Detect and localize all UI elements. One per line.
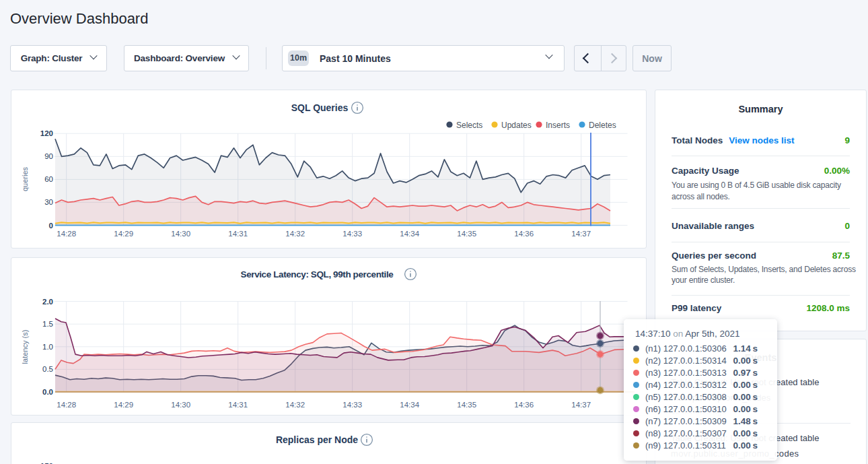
- svg-text:queries: queries: [21, 166, 29, 191]
- svg-text:1.0: 1.0: [42, 343, 53, 351]
- svg-text:Updates: Updates: [501, 121, 532, 130]
- svg-text:14:30: 14:30: [171, 230, 190, 238]
- svg-text:120: 120: [40, 129, 53, 137]
- svg-text:14:32: 14:32: [285, 401, 305, 409]
- svg-text:0.0: 0.0: [42, 388, 53, 396]
- svg-text:14:35: 14:35: [457, 230, 476, 238]
- svg-text:14:36: 14:36: [514, 401, 534, 409]
- svg-text:30: 30: [44, 198, 53, 206]
- svg-text:14:36: 14:36: [514, 230, 534, 238]
- svg-text:14:31: 14:31: [228, 401, 248, 409]
- svg-text:Inserts: Inserts: [546, 121, 570, 130]
- svg-text:14:33: 14:33: [342, 230, 362, 238]
- svg-text:14:31: 14:31: [228, 230, 248, 238]
- svg-text:14:33: 14:33: [342, 401, 362, 409]
- svg-text:Replicas per Node: Replicas per Node: [276, 434, 358, 445]
- svg-text:14:28: 14:28: [57, 230, 76, 238]
- svg-text:0: 0: [49, 222, 53, 230]
- svg-text:14:35: 14:35: [457, 401, 476, 409]
- svg-text:latency (s): latency (s): [21, 330, 29, 364]
- svg-text:14:30: 14:30: [171, 401, 190, 409]
- svg-text:Selects: Selects: [456, 121, 482, 130]
- svg-text:14:28: 14:28: [57, 401, 76, 409]
- svg-text:1.5: 1.5: [42, 320, 53, 328]
- svg-text:60: 60: [44, 175, 53, 183]
- svg-text:Service Latency: SQL, 99th per: Service Latency: SQL, 99th percentile: [241, 269, 394, 279]
- svg-text:14:29: 14:29: [114, 230, 133, 238]
- svg-text:14:37: 14:37: [571, 401, 591, 409]
- svg-text:0.5: 0.5: [42, 365, 53, 373]
- svg-text:90: 90: [44, 152, 53, 160]
- svg-text:14:32: 14:32: [285, 230, 305, 238]
- svg-text:14:29: 14:29: [114, 401, 133, 409]
- svg-text:SQL Queries: SQL Queries: [291, 102, 349, 113]
- svg-text:14:34: 14:34: [400, 401, 419, 409]
- svg-text:14:34: 14:34: [400, 230, 419, 238]
- svg-text:2.0: 2.0: [42, 298, 53, 306]
- svg-text:14:37: 14:37: [571, 230, 591, 238]
- svg-text:Deletes: Deletes: [589, 121, 616, 130]
